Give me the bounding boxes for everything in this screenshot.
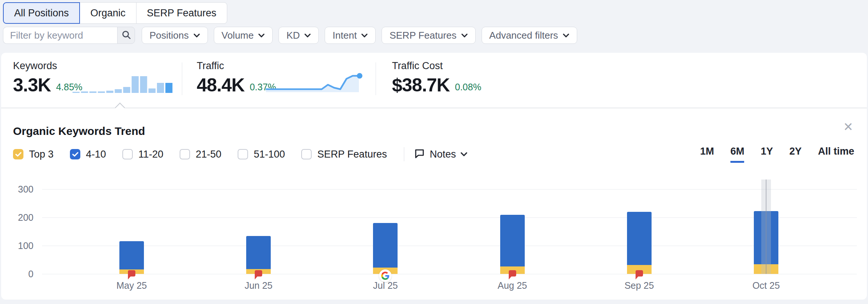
x-axis-label: Aug 25 [483, 280, 542, 291]
position-tabs: All PositionsOrganicSERP Features [3, 2, 227, 24]
x-axis-label: May 25 [102, 280, 161, 291]
y-axis-label: 0 [1, 269, 33, 279]
search-icon [121, 30, 131, 41]
gridline [42, 246, 857, 246]
filter-dropdowns: PositionsVolumeKDIntentSERP FeaturesAdva… [142, 27, 577, 44]
chevron-down-icon [304, 33, 311, 38]
bar-segment-4-10[interactable] [373, 223, 398, 267]
bar-segment-4-10[interactable] [119, 241, 144, 269]
hover-crosshair-line [766, 180, 766, 274]
y-axis-label: 100 [1, 240, 33, 251]
bar-segment-4-10[interactable] [246, 236, 271, 269]
tab-serp-features[interactable]: SERP Features [136, 2, 227, 24]
filter-dropdown-label: Volume [222, 30, 254, 41]
bar-segment-4-10[interactable] [627, 212, 652, 265]
note-marker-icon[interactable] [634, 269, 644, 281]
search-input[interactable] [3, 27, 117, 44]
gridline [42, 189, 857, 190]
filter-dropdown-positions[interactable]: Positions [142, 27, 208, 44]
main-panel: Keywords 3.3K 4.85% Traffic 48.4K 0.37% … [1, 53, 867, 300]
gridline [42, 217, 857, 218]
tab-all-positions[interactable]: All Positions [3, 2, 80, 24]
filter-dropdown-label: KD [286, 30, 300, 41]
note-marker-icon[interactable] [508, 269, 517, 281]
x-axis-label: Sep 25 [610, 280, 669, 291]
chevron-down-icon [258, 33, 265, 38]
google-update-icon[interactable] [379, 269, 392, 282]
gridline [42, 274, 857, 274]
note-marker-icon[interactable] [254, 269, 263, 281]
filter-dropdown-intent[interactable]: Intent [325, 27, 376, 44]
filter-dropdown-serp-features[interactable]: SERP Features [382, 27, 475, 44]
filter-dropdown-advanced-filters[interactable]: Advanced filters [482, 27, 577, 44]
y-axis-label: 200 [1, 212, 33, 223]
tab-organic[interactable]: Organic [80, 2, 136, 24]
filter-dropdown-volume[interactable]: Volume [214, 27, 273, 44]
filter-bar: PositionsVolumeKDIntentSERP FeaturesAdva… [3, 27, 577, 44]
filter-dropdown-kd[interactable]: KD [279, 27, 319, 44]
filter-dropdown-label: Positions [150, 30, 189, 41]
chevron-down-icon [563, 33, 569, 38]
trend-chart: 3002001000May 25Jun 25Jul 25Aug 25Sep 25… [1, 53, 867, 300]
y-axis-label: 300 [1, 184, 33, 195]
filter-dropdown-label: Advanced filters [489, 30, 558, 41]
x-axis-label: Oct 25 [736, 280, 796, 291]
bar-segment-4-10[interactable] [500, 215, 525, 266]
keyword-filter [3, 27, 135, 44]
x-axis-label: Jun 25 [229, 280, 288, 291]
note-marker-icon[interactable] [127, 269, 136, 281]
chevron-down-icon [461, 33, 468, 38]
filter-dropdown-label: Intent [332, 30, 357, 41]
filter-dropdown-label: SERP Features [389, 30, 456, 41]
chevron-down-icon [361, 33, 368, 38]
search-button[interactable] [117, 27, 135, 44]
chevron-down-icon [193, 33, 200, 38]
